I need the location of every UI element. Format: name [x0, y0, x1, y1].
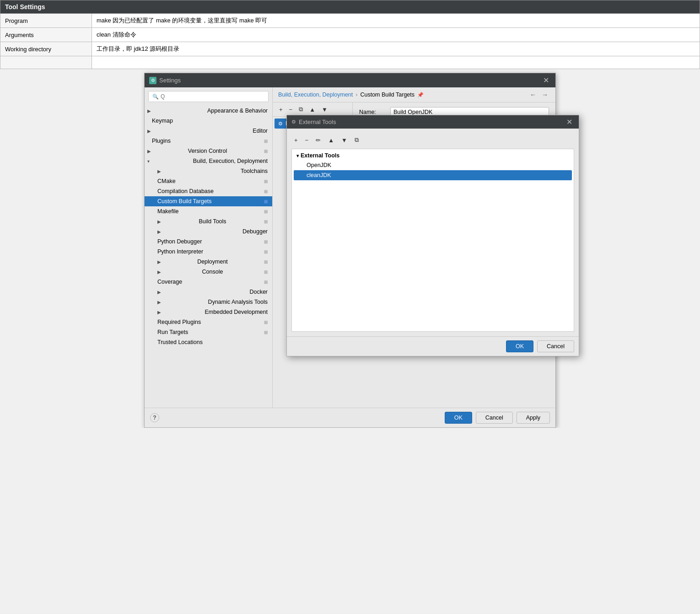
sidebar-item-label: Required Plugins	[157, 319, 201, 325]
expand-arrow-icon: ▶	[147, 149, 151, 154]
sidebar-item-label: Docker	[249, 289, 268, 295]
sidebar-item-label: Debugger	[242, 228, 268, 235]
settings-titlebar: ⚙ Settings ✕	[145, 73, 555, 87]
plugin-icon: ⊞	[264, 239, 268, 244]
sidebar-item-label: Run Targets	[157, 329, 188, 335]
sidebar-item-trusted-locations[interactable]: Trusted Locations	[145, 337, 272, 347]
sidebar-item-label: Editor	[253, 128, 268, 134]
sidebar-item-label: Trusted Locations	[157, 339, 203, 345]
ext-edit-button[interactable]: ✏	[313, 135, 323, 145]
ext-move-down-button[interactable]: ▼	[339, 135, 350, 145]
sidebar-item-docker[interactable]: ▶ Docker	[145, 287, 272, 297]
search-input[interactable]	[161, 93, 264, 100]
help-button[interactable]: ?	[150, 413, 159, 422]
ext-cancel-button[interactable]: Cancel	[537, 340, 574, 352]
program-value: make 因为已经配置了 make 的环境变量，这里直接写 make 即可	[92, 14, 700, 28]
sidebar-item-appearance[interactable]: ▶ Appearance & Behavior	[145, 106, 272, 116]
ext-tools-close-button[interactable]: ✕	[565, 118, 574, 126]
sidebar-item-custom-build-targets[interactable]: Custom Build Targets ⊞	[145, 196, 272, 206]
arguments-label: Arguments	[0, 28, 92, 42]
sidebar-item-deployment[interactable]: ▶ Deployment ⊞	[145, 257, 272, 267]
expand-arrow-icon: ▶	[157, 229, 161, 234]
ext-tree-item-openjdk[interactable]: OpenJDK	[294, 160, 572, 170]
ext-tree-group[interactable]: ▾ External Tools	[294, 151, 572, 160]
sidebar-item-dynamic-analysis[interactable]: ▶ Dynamic Analysis Tools	[145, 297, 272, 307]
cancel-button[interactable]: Cancel	[476, 412, 513, 424]
sidebar-item-label: Dynamic Analysis Tools	[208, 299, 268, 305]
sidebar-item-keymap[interactable]: Keymap	[145, 116, 272, 126]
plugin-icon: ⊞	[264, 149, 268, 154]
plugin-icon: ⊞	[264, 219, 268, 224]
modal-overlay: ⚙ External Tools ✕ + − ✏ ▲ ▼	[273, 87, 555, 408]
sidebar-item-python-debugger[interactable]: Python Debugger ⊞	[145, 237, 272, 247]
ext-tools-title-left: ⚙ External Tools	[291, 118, 336, 125]
sidebar-item-build-tools[interactable]: ▶ Build Tools ⊞	[145, 216, 272, 226]
sidebar-item-label: CMake	[157, 178, 176, 184]
sidebar-item-embedded-dev[interactable]: ▶ Embedded Development	[145, 307, 272, 317]
ext-add-button[interactable]: +	[291, 135, 301, 145]
ext-tools-title: External Tools	[299, 118, 336, 125]
settings-sidebar: 🔍 ▶ Appearance & Behavior Keymap ▶ Edito…	[145, 87, 273, 408]
settings-titlebar-left: ⚙ Settings	[149, 77, 181, 84]
sidebar-item-run-targets[interactable]: Run Targets ⊞	[145, 327, 272, 337]
sidebar-item-coverage[interactable]: Coverage ⊞	[145, 277, 272, 287]
empty-label	[0, 56, 92, 69]
search-box: 🔍	[148, 91, 269, 102]
sidebar-item-plugins[interactable]: Plugins ⊞	[145, 136, 272, 146]
expand-arrow-icon: ▶	[157, 310, 161, 315]
ext-tools-titlebar: ⚙ External Tools ✕	[287, 115, 579, 129]
sidebar-item-version-control[interactable]: ▶ Version Control ⊞	[145, 146, 272, 156]
ext-tools-toolbar: + − ✏ ▲ ▼ ⧉	[291, 133, 574, 147]
sidebar-item-label: Python Debugger	[157, 238, 202, 245]
sidebar-item-required-plugins[interactable]: Required Plugins ⊞	[145, 317, 272, 327]
ok-button[interactable]: OK	[445, 412, 472, 424]
plugin-icon: ⊞	[264, 209, 268, 214]
sidebar-item-makefile[interactable]: Makefile ⊞	[145, 206, 272, 216]
plugin-icon: ⊞	[264, 179, 268, 184]
ext-tree-item-label: cleanJDK	[307, 172, 331, 178]
sidebar-item-toolchains[interactable]: ▶ Toolchains	[145, 166, 272, 176]
expand-arrow-icon: ▶	[157, 219, 161, 224]
sidebar-item-cmake[interactable]: CMake ⊞	[145, 176, 272, 186]
bottom-bar: ? OK Cancel Apply	[145, 408, 555, 427]
apply-button[interactable]: Apply	[517, 412, 550, 424]
arguments-value: clean 清除命令	[92, 28, 700, 42]
ext-ok-button[interactable]: OK	[506, 340, 533, 352]
tool-settings-table: Tool Settings Program make 因为已经配置了 make …	[0, 0, 700, 69]
sidebar-item-label: Console	[202, 269, 223, 275]
sidebar-item-label: Appearance & Behavior	[207, 108, 268, 114]
sidebar-item-label: Coverage	[157, 279, 182, 285]
sidebar-item-python-interpreter[interactable]: Python Interpreter ⊞	[145, 247, 272, 257]
plugin-icon: ⊞	[264, 189, 268, 194]
ext-tree-group-label: External Tools	[301, 152, 339, 159]
expand-arrow-icon: ▶	[157, 290, 161, 295]
working-dir-value: 工作目录，即 jdk12 源码根目录	[92, 42, 700, 56]
external-tools-dialog: ⚙ External Tools ✕ + − ✏ ▲ ▼	[286, 115, 579, 356]
ext-tools-footer: OK Cancel	[287, 336, 579, 356]
main-content: Build, Execution, Deployment › Custom Bu…	[273, 87, 555, 408]
expand-arrow-icon: ▶	[157, 169, 161, 174]
sidebar-item-debugger[interactable]: ▶ Debugger	[145, 226, 272, 237]
plugin-icon: ⊞	[264, 249, 268, 254]
sidebar-item-compilation-db[interactable]: Compilation Database ⊞	[145, 186, 272, 196]
ext-move-up-button[interactable]: ▲	[325, 135, 337, 145]
tool-settings-header: Tool Settings	[0, 0, 700, 14]
sidebar-item-console[interactable]: ▶ Console ⊞	[145, 267, 272, 277]
plugin-icon: ⊞	[264, 259, 268, 264]
program-label: Program	[0, 14, 92, 28]
ext-tree-item-cleanjdk[interactable]: cleanJDK	[294, 170, 572, 180]
plugin-icon: ⊞	[264, 269, 268, 275]
ext-remove-button[interactable]: −	[302, 135, 312, 145]
ext-copy-button[interactable]: ⧉	[352, 135, 361, 145]
settings-body: 🔍 ▶ Appearance & Behavior Keymap ▶ Edito…	[145, 87, 555, 408]
sidebar-item-build-exec[interactable]: ▾ Build, Execution, Deployment	[145, 156, 272, 166]
expand-arrow-icon: ▶	[147, 108, 151, 113]
expand-arrow-icon: ▾	[147, 159, 150, 164]
working-dir-label: Working directory	[0, 42, 92, 56]
expand-arrow-icon: ▶	[157, 269, 161, 275]
ext-tools-body: + − ✏ ▲ ▼ ⧉ ▾ External Tools	[287, 129, 579, 336]
settings-close-button[interactable]: ✕	[541, 76, 551, 85]
settings-app-icon: ⚙	[149, 77, 156, 84]
sidebar-item-editor[interactable]: ▶ Editor	[145, 126, 272, 136]
ext-tree-item-label: OpenJDK	[307, 162, 331, 168]
